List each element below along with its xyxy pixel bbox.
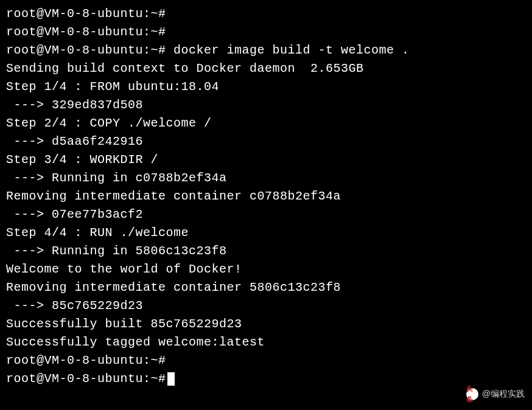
terminal-line: root@VM-0-8-ubuntu:~# — [6, 352, 526, 370]
terminal-output[interactable]: root@VM-0-8-ubuntu:~# root@VM-0-8-ubuntu… — [6, 5, 526, 388]
terminal-line: Successfully tagged welcome:latest — [6, 333, 526, 352]
terminal-line: Step 4/4 : RUN ./welcome — [6, 224, 526, 242]
terminal-line: ---> d5aa6f242916 — [6, 133, 526, 151]
terminal-line: Step 1/4 : FROM ubuntu:18.04 — [6, 78, 526, 96]
terminal-line: ---> Running in 5806c13c23f8 — [6, 242, 526, 260]
terminal-line: Removing intermediate container c0788b2e… — [6, 187, 526, 206]
watermark: 头条 @编程实践 — [466, 387, 525, 400]
terminal-line: ---> 329ed837d508 — [6, 96, 526, 114]
terminal-line: ---> 85c765229d23 — [6, 297, 526, 315]
terminal-line: Step 3/4 : WORKDIR / — [6, 151, 526, 169]
terminal-line: Sending build context to Docker daemon 2… — [6, 60, 526, 78]
terminal-line: ---> 07ee77b3acf2 — [6, 206, 526, 224]
terminal-line: Welcome to the world of Docker! — [6, 260, 526, 279]
terminal-line: Successfully built 85c765229d23 — [6, 315, 526, 333]
terminal-line: root@VM-0-8-ubuntu:~# — [6, 5, 526, 23]
watermark-logo-icon: 头条 — [466, 388, 478, 400]
terminal-line: ---> Running in c0788b2ef34a — [6, 169, 526, 187]
terminal-line: root@VM-0-8-ubuntu:~# — [6, 23, 526, 41]
cursor-icon — [167, 372, 175, 386]
terminal-line: Removing intermediate container 5806c13c… — [6, 279, 526, 297]
watermark-handle: @编程实践 — [482, 387, 525, 400]
terminal-line: Step 2/4 : COPY ./welcome / — [6, 114, 526, 133]
terminal-line: root@VM-0-8-ubuntu:~# docker image build… — [6, 41, 526, 60]
terminal-prompt: root@VM-0-8-ubuntu:~# — [6, 372, 166, 386]
terminal-prompt-line: root@VM-0-8-ubuntu:~# — [6, 370, 526, 388]
